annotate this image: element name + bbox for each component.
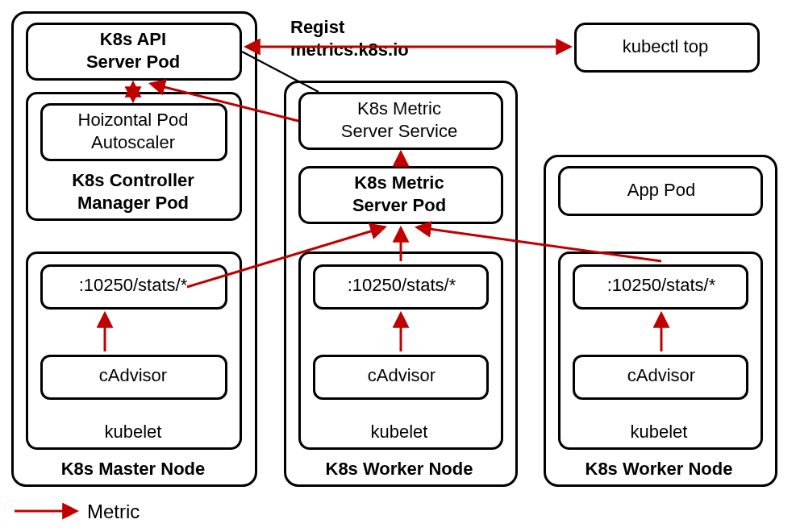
worker1-kubelet-title: kubelet bbox=[355, 421, 444, 443]
api-server-label-1: K8s API bbox=[73, 28, 194, 51]
worker2-title: K8s Worker Node bbox=[574, 458, 744, 480]
controller-label-1: K8s Controller bbox=[48, 169, 218, 192]
metric-service-l2: Server Service bbox=[323, 120, 476, 143]
api-server-label-2: Server Pod bbox=[73, 51, 194, 73]
worker1-stats-label: :10250/stats/* bbox=[321, 274, 482, 297]
hpa-label-1: Hoizontal Pod bbox=[56, 109, 210, 131]
regist-label-2: metrics.k8s.io bbox=[290, 39, 452, 61]
metric-pod-l2: Server Pod bbox=[323, 194, 476, 217]
master-node-title: K8s Master Node bbox=[48, 458, 218, 480]
worker1-cadvisor-label: cAdvisor bbox=[321, 364, 482, 387]
worker1-title: K8s Worker Node bbox=[315, 458, 484, 480]
hpa-label-2: Autoscaler bbox=[56, 131, 210, 154]
worker2-kubelet-title: kubelet bbox=[615, 421, 703, 443]
metric-pod-l1: K8s Metric bbox=[323, 172, 476, 194]
worker2-cadvisor-label: cAdvisor bbox=[581, 364, 742, 387]
worker2-stats-label: :10250/stats/* bbox=[581, 274, 742, 297]
legend-label: Metric bbox=[87, 500, 168, 524]
app-pod-label: App Pod bbox=[613, 179, 710, 202]
metric-service-l1: K8s Metric bbox=[323, 98, 476, 120]
regist-label-1: Regist bbox=[290, 16, 411, 39]
master-kubelet-title: kubelet bbox=[89, 421, 177, 443]
master-stats-label: :10250/stats/* bbox=[48, 274, 218, 297]
kubectl-top-label: kubectl top bbox=[605, 35, 726, 58]
master-cadvisor-label: cAdvisor bbox=[48, 364, 218, 387]
controller-label-2: Manager Pod bbox=[48, 192, 218, 214]
